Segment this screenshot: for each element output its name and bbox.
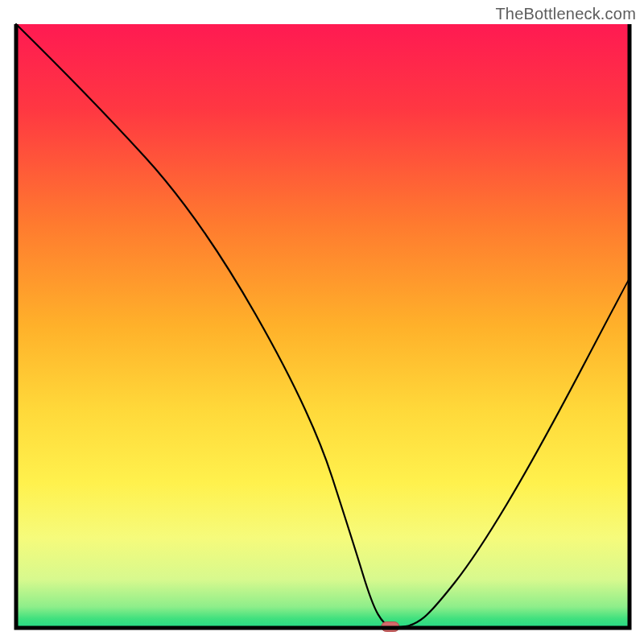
watermark-label: TheBottleneck.com [495, 5, 636, 23]
chart-container: TheBottleneck.com [0, 0, 644, 644]
bottleneck-chart [0, 0, 644, 644]
plot-background [16, 24, 630, 628]
